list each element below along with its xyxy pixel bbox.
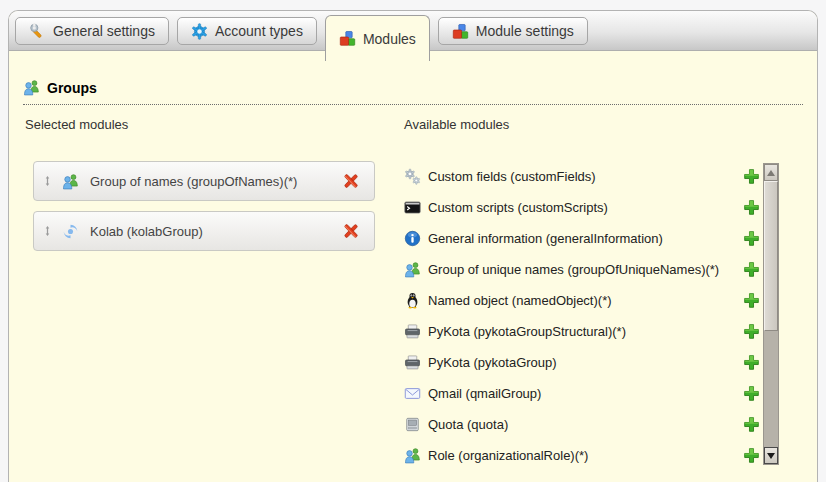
add-icon[interactable] — [743, 199, 760, 216]
available-modules-list: Custom fields (customFields) Custom scri… — [404, 161, 760, 471]
available-module-label: PyKota (pykotaGroupStructural)(*) — [428, 322, 736, 341]
available-modules-heading: Available modules — [404, 117, 509, 132]
add-icon[interactable] — [743, 323, 760, 340]
tab-icon — [191, 23, 208, 40]
section-header: Groups — [23, 79, 803, 105]
available-module-row: Quota (quota) — [404, 409, 760, 440]
add-icon[interactable] — [743, 261, 760, 278]
available-module-row: Custom scripts (customScripts) — [404, 192, 760, 223]
module-icon — [404, 416, 421, 433]
module-icon — [62, 173, 79, 190]
available-module-label: Named object (namedObject)(*) — [428, 291, 736, 310]
tab-label: Account types — [215, 23, 303, 39]
available-module-row: General information (generalInformation) — [404, 223, 760, 254]
available-module-label: Quota (quota) — [428, 415, 736, 434]
available-module-row: PyKota (pykotaGroupStructural)(*) — [404, 316, 760, 347]
add-icon[interactable] — [743, 385, 760, 402]
add-icon[interactable] — [743, 292, 760, 309]
scrollbar-thumb[interactable] — [764, 181, 778, 331]
module-icon — [404, 323, 421, 340]
add-icon[interactable] — [743, 447, 760, 464]
add-icon[interactable] — [743, 230, 760, 247]
available-module-row: Named object (namedObject)(*) — [404, 285, 760, 316]
available-module-row: PyKota (pykotaGroup) — [404, 347, 760, 378]
content-frame: General settings Account types Modules M… — [8, 10, 818, 482]
modules-content: Groups Selected modules Available module… — [9, 52, 817, 482]
module-icon — [404, 230, 421, 247]
tab-bar: General settings Account types Modules M… — [9, 11, 817, 51]
add-icon[interactable] — [743, 354, 760, 371]
available-module-label: PyKota (pykotaGroup) — [428, 353, 736, 372]
available-module-label: General information (generalInformation) — [428, 229, 736, 248]
tab[interactable]: Account types — [177, 17, 317, 45]
module-icon — [404, 261, 421, 278]
scroll-up-icon — [767, 170, 775, 176]
tab-label: Module settings — [476, 23, 574, 39]
drag-handle-icon[interactable] — [42, 224, 53, 238]
module-icon — [404, 447, 421, 464]
tab[interactable]: General settings — [15, 17, 169, 45]
scroll-down-icon — [767, 453, 775, 459]
available-module-label: Custom scripts (customScripts) — [428, 198, 736, 217]
module-icon — [404, 168, 421, 185]
selected-module-row: Group of names (groupOfNames)(*) — [33, 161, 375, 201]
scrollbar-track[interactable] — [764, 331, 778, 447]
delete-icon[interactable] — [342, 222, 360, 240]
available-module-label: Qmail (qmailGroup) — [428, 384, 736, 403]
add-icon[interactable] — [743, 168, 760, 185]
selected-modules-heading: Selected modules — [25, 117, 128, 132]
module-icon — [404, 354, 421, 371]
scroll-up-button[interactable] — [764, 164, 778, 181]
tab-label: General settings — [53, 23, 155, 39]
tab-icon — [29, 23, 46, 40]
available-module-row: Group of unique names (groupOfUniqueName… — [404, 254, 760, 285]
available-module-label: Group of unique names (groupOfUniqueName… — [428, 260, 736, 279]
module-icon — [404, 199, 421, 216]
available-module-row: Custom fields (customFields) — [404, 161, 760, 192]
module-icon — [62, 223, 79, 240]
selected-module-label: Group of names (groupOfNames)(*) — [90, 174, 297, 189]
available-module-row: Role (organizationalRole)(*) — [404, 440, 760, 471]
available-scrollbar[interactable] — [763, 163, 779, 465]
tab-label: Modules — [363, 31, 416, 47]
groups-icon — [23, 79, 40, 96]
tab[interactable]: Module settings — [438, 17, 588, 45]
selected-modules-list: Group of names (groupOfNames)(*) Kolab (… — [33, 161, 375, 261]
selected-module-label: Kolab (kolabGroup) — [90, 224, 203, 239]
tab-icon — [452, 23, 469, 40]
add-icon[interactable] — [743, 416, 760, 433]
module-icon — [404, 292, 421, 309]
available-module-label: Role (organizationalRole)(*) — [428, 446, 736, 465]
delete-icon[interactable] — [342, 172, 360, 190]
module-icon — [404, 385, 421, 402]
available-module-label: Custom fields (customFields) — [428, 167, 736, 186]
tab[interactable]: Modules — [325, 15, 430, 61]
section-title: Groups — [47, 80, 97, 96]
tab-icon — [339, 30, 356, 47]
selected-module-row: Kolab (kolabGroup) — [33, 211, 375, 251]
drag-handle-icon[interactable] — [42, 174, 53, 188]
available-module-row: Qmail (qmailGroup) — [404, 378, 760, 409]
scroll-down-button[interactable] — [764, 447, 778, 464]
